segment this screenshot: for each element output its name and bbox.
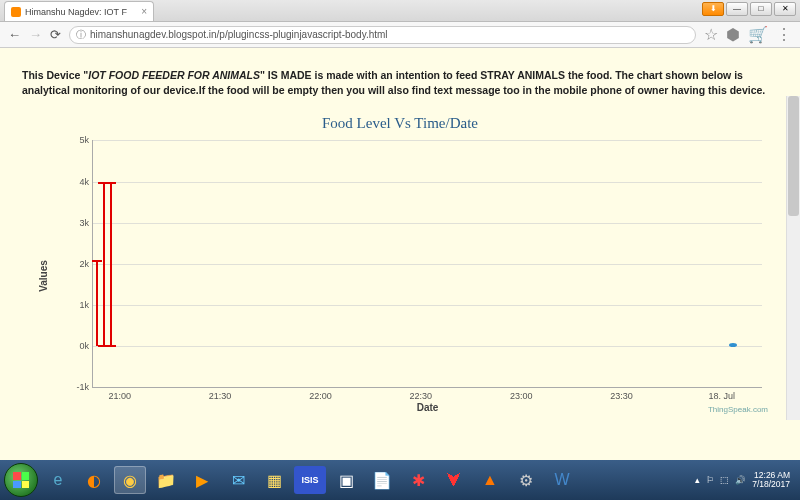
- info-icon: ⓘ: [76, 28, 86, 42]
- windows-icon: [13, 472, 29, 488]
- taskbar-wmp-icon[interactable]: ▶: [186, 466, 218, 494]
- red-series: [106, 345, 116, 347]
- menu-icon[interactable]: ⋮: [776, 25, 792, 44]
- xtick: 22:30: [410, 391, 433, 401]
- scrollbar[interactable]: [786, 96, 800, 420]
- taskbar-isis-icon[interactable]: ISIS: [294, 466, 326, 494]
- taskbar-vlc-icon[interactable]: ▲: [474, 466, 506, 494]
- tray-network-icon[interactable]: ⬚: [720, 475, 729, 485]
- address-bar: ← → ⟳ ⓘ himanshunagdev.blogspot.in/p/plu…: [0, 22, 800, 48]
- red-series: [110, 182, 112, 347]
- ytick: 3k: [69, 218, 89, 228]
- star-icon[interactable]: ☆: [704, 25, 718, 44]
- system-tray[interactable]: ▴ ⚐ ⬚ 🔊 12:26 AM 7/18/2017: [695, 471, 796, 490]
- device-description: This Device "IOT FOOD FEEDER FOR ANIMALS…: [22, 68, 778, 97]
- browser-tab-bar: Himanshu Nagdev: IOT F × ⬇ — □ ✕: [0, 0, 800, 22]
- taskbar-bug-icon[interactable]: ✱: [402, 466, 434, 494]
- ytick: 5k: [69, 135, 89, 145]
- taskbar-files-icon[interactable]: ▦: [258, 466, 290, 494]
- tray-volume-icon[interactable]: 🔊: [735, 475, 746, 485]
- red-series: [96, 260, 98, 346]
- taskbar-acrobat-icon[interactable]: ⮟: [438, 466, 470, 494]
- chart-watermark: ThingSpeak.com: [708, 405, 768, 414]
- red-series: [92, 260, 102, 262]
- reload-icon[interactable]: ⟳: [50, 27, 61, 42]
- y-axis-label: Values: [38, 261, 49, 293]
- browser-tab[interactable]: Himanshu Nagdev: IOT F ×: [4, 1, 154, 21]
- tab-favicon: [11, 7, 21, 17]
- taskbar-word-icon[interactable]: W: [546, 466, 578, 494]
- red-series: [103, 182, 105, 347]
- cart-icon[interactable]: 🛒: [748, 25, 768, 44]
- taskbar-gear-icon[interactable]: ⚙: [510, 466, 542, 494]
- taskbar-firefox-icon[interactable]: ◐: [78, 466, 110, 494]
- x-axis-label: Date: [417, 402, 439, 413]
- xtick: 22:00: [309, 391, 332, 401]
- tray-flag-icon[interactable]: ⚐: [706, 475, 714, 485]
- tab-close-icon[interactable]: ×: [141, 6, 147, 17]
- back-icon[interactable]: ←: [8, 27, 21, 42]
- desc-em: IOT FOOD FEEDER FOR ANIMALS: [88, 69, 260, 81]
- xtick: 23:00: [510, 391, 533, 401]
- minimize-button[interactable]: —: [726, 2, 748, 16]
- maximize-button[interactable]: □: [750, 2, 772, 16]
- ext-icon[interactable]: ⬢: [726, 25, 740, 44]
- update-button[interactable]: ⬇: [702, 2, 724, 16]
- taskbar-chrome-icon[interactable]: ◉: [114, 466, 146, 494]
- ytick: 0k: [69, 341, 89, 351]
- tray-clock[interactable]: 12:26 AM 7/18/2017: [752, 471, 790, 490]
- taskbar-explorer-icon[interactable]: 📁: [150, 466, 182, 494]
- xtick: 21:30: [209, 391, 232, 401]
- ytick: 2k: [69, 259, 89, 269]
- chart-container: Food Level Vs Time/Date Values 5k 4k 3k …: [22, 115, 778, 416]
- start-button[interactable]: [4, 463, 38, 497]
- close-button[interactable]: ✕: [774, 2, 796, 16]
- tray-date: 7/18/2017: [752, 480, 790, 489]
- ytick: 4k: [69, 177, 89, 187]
- taskbar-notepad-icon[interactable]: 📄: [366, 466, 398, 494]
- taskbar-cmd-icon[interactable]: ▣: [330, 466, 362, 494]
- chart: Values 5k 4k 3k 2k 1k 0k -1k 21:00 21:30: [66, 136, 768, 416]
- blue-series: [729, 343, 737, 347]
- xtick: 21:00: [108, 391, 131, 401]
- page-body: This Device "IOT FOOD FEEDER FOR ANIMALS…: [0, 48, 800, 460]
- url-text: himanshunagdev.blogspot.in/p/plugincss-p…: [90, 29, 388, 40]
- xtick: 23:30: [610, 391, 633, 401]
- window-controls: ⬇ — □ ✕: [702, 2, 796, 16]
- plot-area: 5k 4k 3k 2k 1k 0k -1k 21:00 21:30 22:00 …: [92, 140, 762, 388]
- taskbar-ie-icon[interactable]: e: [42, 466, 74, 494]
- taskbar: e ◐ ◉ 📁 ▶ ✉ ▦ ISIS ▣ 📄 ✱ ⮟ ▲ ⚙ W ▴ ⚐ ⬚ 🔊…: [0, 460, 800, 500]
- ytick: 1k: [69, 300, 89, 310]
- url-field[interactable]: ⓘ himanshunagdev.blogspot.in/p/plugincss…: [69, 26, 696, 44]
- tray-up-icon[interactable]: ▴: [695, 475, 700, 485]
- toolbar-right: ☆ ⬢ 🛒 ⋮: [704, 25, 792, 44]
- xtick: 18. Jul: [709, 391, 736, 401]
- red-series: [106, 182, 116, 184]
- forward-icon[interactable]: →: [29, 27, 42, 42]
- desc-pre: This Device ": [22, 69, 88, 81]
- taskbar-msg-icon[interactable]: ✉: [222, 466, 254, 494]
- chart-title: Food Level Vs Time/Date: [22, 115, 778, 132]
- ytick: -1k: [69, 382, 89, 392]
- tab-title: Himanshu Nagdev: IOT F: [25, 7, 127, 17]
- scrollbar-thumb[interactable]: [788, 96, 799, 216]
